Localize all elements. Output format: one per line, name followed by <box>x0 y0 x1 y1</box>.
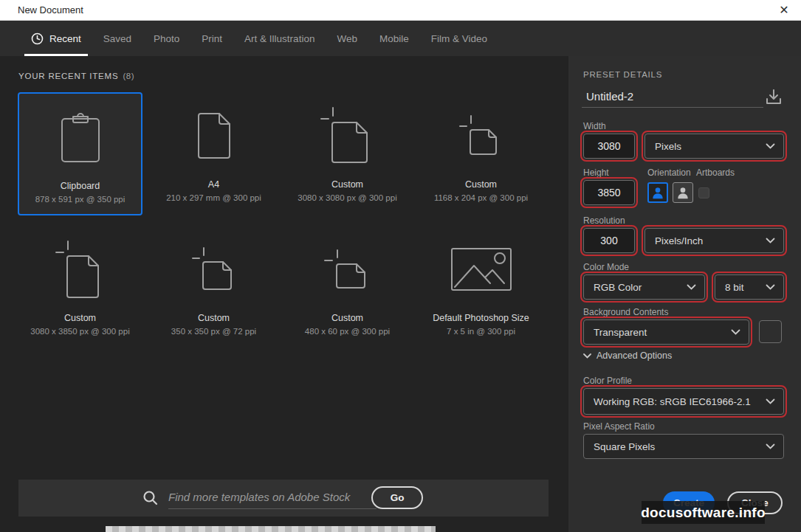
advanced-options-toggle[interactable]: Advanced Options <box>583 350 672 361</box>
color-mode-dropdown[interactable]: RGB Color <box>583 274 705 300</box>
color-profile-value: Working RGB: sRGB IEC61966-2.1 <box>584 396 751 407</box>
preset-card-spec: 878 x 591 px @ 350 ppi <box>35 195 126 204</box>
section-heading: YOUR RECENT ITEMS(8) <box>18 72 134 80</box>
resolution-unit-value: Pixels/Inch <box>645 235 703 246</box>
resolution-field[interactable] <box>583 228 635 253</box>
document-name-field[interactable] <box>582 86 763 108</box>
preset-card-spec: 3080 x 3080 px @ 300 ppi <box>298 193 396 202</box>
background-color-swatch[interactable] <box>759 320 782 343</box>
tab-label: Art & Illustration <box>244 33 314 44</box>
preset-card-name: Custom <box>198 313 230 323</box>
preset-card-name: Custom <box>331 313 363 323</box>
preset-card-spec: 1168 x 204 px @ 300 ppi <box>434 193 528 202</box>
tab-photo[interactable]: Photo <box>142 21 190 56</box>
tab-label: Recent <box>49 33 81 44</box>
section-heading-text: YOUR RECENT ITEMS <box>18 72 118 80</box>
custom-document-icon <box>55 240 106 299</box>
portrait-icon <box>650 185 665 200</box>
watermark-text: docusoftware.info <box>641 505 766 521</box>
height-field[interactable] <box>583 180 635 205</box>
chevron-down-icon <box>766 143 775 149</box>
tab-print[interactable]: Print <box>190 21 233 56</box>
custom-document-icon <box>320 106 376 165</box>
pixel-aspect-ratio-dropdown[interactable]: Square Pixels <box>583 434 784 459</box>
height-label: Height <box>583 167 609 178</box>
preset-card-name: Custom <box>64 313 96 323</box>
color-mode-value: RGB Color <box>584 282 642 293</box>
recent-items-section: YOUR RECENT ITEMS(8) Clipboard 878 x 591… <box>0 56 568 532</box>
tab-art-illustration[interactable]: Art & Illustration <box>233 21 326 56</box>
preset-card-spec: 7 x 5 in @ 300 ppi <box>447 327 515 336</box>
chevron-down-icon <box>766 238 775 243</box>
preset-card-clipboard[interactable]: Clipboard 878 x 591 px @ 350 ppi <box>18 92 142 215</box>
close-icon[interactable]: ✕ <box>776 2 792 18</box>
tab-saved[interactable]: Saved <box>92 21 142 56</box>
preset-details-heading: PRESET DETAILS <box>583 70 662 79</box>
search-icon <box>142 490 159 506</box>
chevron-down-icon <box>766 443 775 449</box>
save-preset-icon[interactable] <box>765 89 783 106</box>
preset-card-name: Clipboard <box>61 181 100 191</box>
preset-card-custom-3[interactable]: Custom 3080 x 3850 px @ 300 ppi <box>18 226 142 349</box>
preset-card-name: Default Photoshop Size <box>433 313 529 323</box>
tab-recent[interactable]: Recent <box>20 21 92 56</box>
preset-card-custom-5[interactable]: Custom 480 x 60 px @ 300 ppi <box>285 226 410 349</box>
new-document-dialog: New Document ✕ Recent Saved Photo Print … <box>0 0 801 532</box>
dialog-title: New Document <box>18 4 83 15</box>
artboards-checkbox[interactable] <box>698 187 709 198</box>
watermark-overlay: docusoftware.info <box>642 501 765 524</box>
preset-card-spec: 350 x 350 px @ 72 ppi <box>171 327 256 336</box>
preset-card-spec: 3080 x 3850 px @ 300 ppi <box>30 327 129 336</box>
width-unit-dropdown[interactable]: Pixels <box>644 134 784 159</box>
pixel-aspect-ratio-value: Square Pixels <box>584 441 655 452</box>
chevron-down-icon <box>731 329 740 335</box>
tab-label: Print <box>202 33 222 44</box>
tab-label: Film & Video <box>431 33 487 44</box>
bit-depth-value: 8 bit <box>715 282 744 293</box>
orientation-landscape-button[interactable] <box>673 182 693 203</box>
resolution-label: Resolution <box>583 215 625 226</box>
background-window-edge <box>106 526 436 532</box>
bit-depth-dropdown[interactable]: 8 bit <box>715 274 784 300</box>
pixel-aspect-ratio-label: Pixel Aspect Ratio <box>583 421 655 432</box>
tab-label: Mobile <box>379 33 409 44</box>
clipboard-icon <box>58 109 103 165</box>
title-bar: New Document ✕ <box>0 0 801 21</box>
preset-card-name: A4 <box>208 179 219 190</box>
preset-card-custom-1[interactable]: Custom 3080 x 3080 px @ 300 ppi <box>285 92 410 215</box>
orientation-portrait-button[interactable] <box>647 182 668 203</box>
width-unit-value: Pixels <box>645 141 681 152</box>
document-icon <box>196 111 232 160</box>
clock-icon <box>31 32 44 45</box>
search-input[interactable] <box>168 486 377 509</box>
preset-card-default-photoshop-size[interactable]: Default Photoshop Size 7 x 5 in @ 300 pp… <box>419 226 543 349</box>
landscape-icon <box>675 185 690 200</box>
color-profile-label: Color Profile <box>583 376 632 386</box>
tab-mobile[interactable]: Mobile <box>368 21 420 56</box>
color-profile-dropdown[interactable]: Working RGB: sRGB IEC61966-2.1 <box>583 388 784 415</box>
resolution-unit-dropdown[interactable]: Pixels/Inch <box>644 228 784 253</box>
preset-card-a4[interactable]: A4 210 x 297 mm @ 300 ppi <box>151 92 276 215</box>
background-contents-dropdown[interactable]: Transparent <box>583 319 749 345</box>
category-tabs: Recent Saved Photo Print Art & Illustrat… <box>0 21 801 56</box>
preset-card-name: Custom <box>331 179 363 190</box>
background-contents-value: Transparent <box>584 327 647 338</box>
go-button[interactable]: Go <box>371 486 423 509</box>
chevron-down-icon <box>687 284 696 290</box>
width-label: Width <box>583 121 606 131</box>
width-field[interactable] <box>583 134 635 159</box>
preset-card-name: Custom <box>465 179 497 190</box>
chevron-down-icon <box>766 284 775 290</box>
adobe-stock-search-bar: Go <box>18 480 549 517</box>
preset-card-spec: 480 x 60 px @ 300 ppi <box>305 327 390 336</box>
preset-card-custom-2[interactable]: Custom 1168 x 204 px @ 300 ppi <box>419 92 543 215</box>
tab-film-video[interactable]: Film & Video <box>420 21 498 56</box>
tab-label: Photo <box>154 33 179 44</box>
preset-card-custom-4[interactable]: Custom 350 x 350 px @ 72 ppi <box>151 226 276 349</box>
tab-label: Web <box>337 33 357 44</box>
tab-web[interactable]: Web <box>326 21 368 56</box>
background-contents-label: Background Contents <box>583 307 668 317</box>
color-mode-label: Color Mode <box>583 262 629 272</box>
custom-document-icon <box>323 249 372 290</box>
chevron-down-icon <box>583 353 591 359</box>
